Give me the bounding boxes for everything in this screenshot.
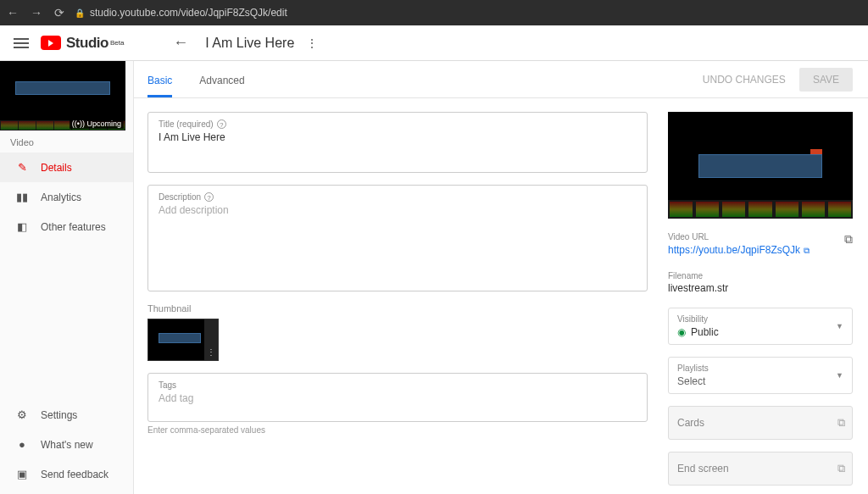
video-preview[interactable] (668, 112, 853, 219)
address-bar[interactable]: 🔒 studio.youtube.com/video/JqpiF8ZsQJk/e… (75, 7, 287, 19)
title-input[interactable]: I Am Live Here (159, 131, 637, 143)
sidebar-item-label: Send feedback (41, 469, 108, 480)
tags-hint: Enter comma-separated values (147, 425, 648, 435)
feedback-icon: ▣ (15, 468, 29, 480)
browser-back-icon[interactable]: ← (7, 6, 19, 19)
tags-input[interactable]: Add tag (159, 392, 637, 404)
filename-label: Filename (668, 271, 853, 280)
video-url-label: Video URL (668, 232, 837, 241)
open-external-icon: ⧉ (837, 416, 845, 430)
save-button[interactable]: SAVE (799, 68, 853, 92)
pencil-icon: ✎ (15, 161, 29, 174)
lock-icon: 🔒 (75, 8, 85, 18)
sidebar: ((•)) Upcoming Video ✎ Details ▮▮ Analyt… (0, 61, 134, 494)
info-icon: ● (15, 438, 29, 451)
sidebar-item-label: Details (41, 162, 72, 174)
playlists-label: Playlists (677, 364, 843, 373)
video-url-link[interactable]: https://youtu.be/JqpiF8ZsQJk (668, 244, 800, 256)
page-title: I Am Live Here (205, 36, 294, 51)
undo-changes-button[interactable]: UNDO CHANGES (703, 74, 786, 86)
gear-icon: ⚙ (15, 408, 29, 421)
chevron-down-icon: ▼ (836, 322, 843, 330)
features-icon: ◧ (15, 220, 29, 233)
sidebar-item-settings[interactable]: ⚙ Settings (0, 400, 133, 430)
sidebar-item-label: Analytics (41, 191, 81, 203)
tab-basic[interactable]: Basic (147, 63, 172, 97)
end-screen-button[interactable]: End screen ⧉ (668, 452, 853, 486)
sidebar-section-label: Video (0, 130, 133, 153)
toolbar: Basic Advanced UNDO CHANGES SAVE (134, 61, 868, 98)
cards-label: Cards (677, 417, 843, 429)
thumbnail-label: Thumbnail (147, 303, 648, 314)
open-external-icon: ⧉ (837, 462, 845, 475)
playlists-selector[interactable]: Playlists Select ▼ (668, 357, 853, 394)
cards-button[interactable]: Cards ⧉ (668, 406, 853, 440)
description-label: Description (159, 192, 201, 202)
thumbnail-options-icon[interactable]: ⋮ (204, 319, 218, 360)
visibility-label: Visibility (677, 314, 843, 324)
description-input[interactable]: Add description (159, 204, 637, 216)
browser-forward-icon[interactable]: → (31, 6, 42, 19)
sidebar-item-label: Settings (41, 409, 77, 421)
analytics-icon: ▮▮ (15, 191, 29, 203)
sidebar-item-details[interactable]: ✎ Details (0, 153, 133, 182)
thumbnail-preview[interactable]: ⋮ (147, 319, 219, 361)
title-label: Title (required) (159, 119, 214, 129)
youtube-studio-logo[interactable]: StudioBeta (41, 35, 124, 52)
description-field[interactable]: Description ? Add description (147, 185, 648, 291)
tags-label: Tags (159, 380, 176, 390)
help-icon[interactable]: ? (204, 192, 214, 202)
visibility-selector[interactable]: Visibility ◉ Public ▼ (668, 308, 853, 345)
playlists-value: Select (677, 375, 843, 387)
tags-field[interactable]: Tags Add tag (147, 373, 648, 422)
help-icon[interactable]: ? (217, 119, 226, 129)
more-options-icon[interactable]: ⋮ (306, 36, 318, 50)
browser-reload-icon[interactable]: ⟳ (54, 6, 64, 19)
title-field[interactable]: Title (required) ? I Am Live Here (147, 112, 648, 173)
sidebar-item-label: What's new (41, 439, 93, 451)
sidebar-item-label: Other features (41, 221, 106, 233)
app-header: StudioBeta ← I Am Live Here ⋮ (0, 25, 868, 61)
video-thumbnail[interactable]: ((•)) Upcoming (0, 61, 125, 130)
end-screen-label: End screen (677, 463, 843, 475)
back-arrow-icon[interactable]: ← (173, 34, 188, 52)
youtube-play-icon (41, 36, 61, 50)
filename-value: livestream.str (668, 282, 853, 294)
open-external-icon[interactable]: ⧉ (804, 246, 810, 255)
upcoming-badge: ((•)) Upcoming (70, 119, 124, 129)
visibility-public-icon: ◉ (677, 326, 686, 338)
sidebar-item-send-feedback[interactable]: ▣ Send feedback (0, 459, 133, 489)
sidebar-item-analytics[interactable]: ▮▮ Analytics (0, 182, 133, 212)
hamburger-icon[interactable] (14, 38, 29, 48)
copy-url-icon[interactable]: ⧉ (844, 232, 853, 247)
sidebar-item-whats-new[interactable]: ● What's new (0, 430, 133, 459)
sidebar-item-other-features[interactable]: ◧ Other features (0, 212, 133, 241)
visibility-value: Public (691, 326, 719, 338)
url-text: studio.youtube.com/video/JqpiF8ZsQJk/edi… (90, 7, 287, 19)
tab-advanced[interactable]: Advanced (199, 63, 244, 97)
browser-bar: ← → ⟳ 🔒 studio.youtube.com/video/JqpiF8Z… (0, 0, 868, 25)
chevron-down-icon: ▼ (836, 371, 843, 380)
